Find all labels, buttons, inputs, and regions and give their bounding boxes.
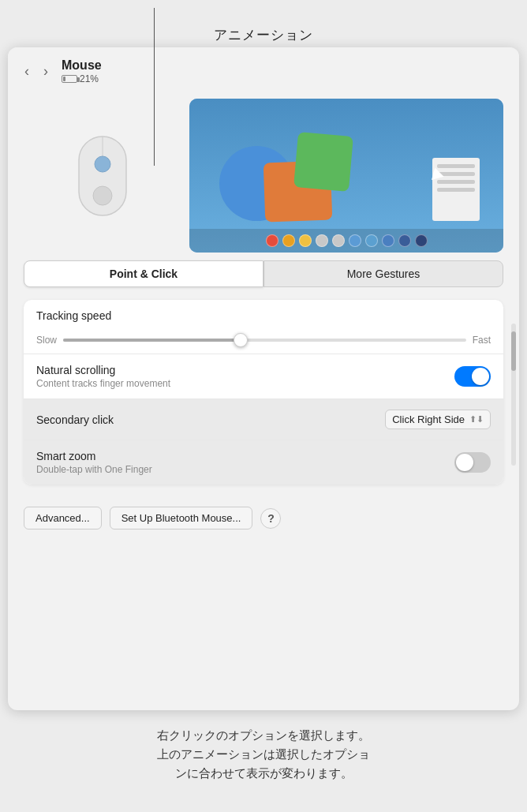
animation-dots [189,229,503,253]
battery-fill [63,77,65,81]
smart-zoom-toggle-knob [456,454,473,471]
anim-rect-green [293,132,353,192]
anim-dot-5[interactable] [349,234,361,247]
smart-zoom-label: Smart zoom [36,450,447,462]
settings-panel: ‹ › Mouse 21% [8,47,519,710]
natural-scrolling-toggle[interactable] [454,366,491,387]
secondary-click-row: Secondary click Click Right Side ⬆⬇ [24,399,503,440]
slider-thumb[interactable] [234,333,248,347]
annotation-line [154,8,155,166]
annotation-area: アニメーション [0,0,527,47]
tracking-slider-track[interactable] [63,339,466,342]
anim-dot-6[interactable] [365,234,378,247]
anim-doc-line-1 [437,164,475,168]
anim-dot-2[interactable] [299,234,312,247]
anim-dot-9[interactable] [415,234,428,247]
panel-title: Mouse [62,58,102,73]
bottom-line-1: 右クリックのオプションを選択します。 [157,728,370,742]
chevron-updown-icon: ⬆⬇ [469,414,484,425]
svg-point-2 [95,156,110,172]
smart-zoom-label-area: Smart zoom Double-tap with One Finger [36,450,447,475]
scrollbar-thumb[interactable] [511,331,516,371]
buttons-row: Advanced... Set Up Bluetooth Mouse... ? [8,497,519,539]
tabs-row: Point & Click More Gestures [8,260,519,287]
tracking-top: Tracking speed [36,309,491,322]
bottom-line-2: 上のアニメーションは選択したオプショ [157,747,370,761]
nav-back-button[interactable]: ‹ [21,62,33,81]
slow-label: Slow [36,335,57,346]
settings-container: Tracking speed Slow Fast Natural scrolli… [24,300,503,485]
anim-dot-7[interactable] [382,234,394,247]
anim-dot-8[interactable] [398,234,411,247]
anim-dot-1[interactable] [282,234,295,247]
tracking-speed-row: Tracking speed Slow Fast [24,300,503,354]
secondary-click-dropdown[interactable]: Click Right Side ⬆⬇ [385,410,491,429]
smart-zoom-toggle[interactable] [454,452,491,473]
bluetooth-button[interactable]: Set Up Bluetooth Mouse... [110,507,253,529]
tracking-speed-label: Tracking speed [36,309,111,322]
anim-doc [432,158,480,221]
natural-scrolling-label-area: Natural scrolling Content tracks finger … [36,364,447,389]
mouse-illustration [67,121,138,231]
content-top [8,91,519,260]
slider-container: Slow Fast [36,335,491,346]
battery-icon [62,75,77,83]
anim-dot-3[interactable] [316,234,328,247]
anim-dot-4[interactable] [332,234,345,247]
slider-fill [63,339,245,342]
nav-forward-button[interactable]: › [39,62,52,81]
battery-indicator: 21% [62,73,102,84]
panel-header: ‹ › Mouse 21% [8,47,519,91]
anim-doc-line-3 [437,180,475,184]
secondary-click-label-area: Secondary click [36,413,377,426]
mouse-container [24,121,181,231]
anim-doc-line-4 [437,188,475,192]
fast-label: Fast [473,335,491,346]
secondary-click-label: Secondary click [36,413,377,426]
help-button[interactable]: ? [260,508,281,529]
tab-point-click[interactable]: Point & Click [24,260,264,287]
secondary-click-value: Click Right Side [392,413,465,425]
anim-dot-0[interactable] [266,234,278,247]
svg-point-3 [93,186,112,205]
animation-preview [189,99,503,253]
bottom-annotation: 右クリックのオプションを選択します。 上のアニメーションは選択したオプショ ンに… [0,710,527,806]
annotation-text: アニメーション [214,26,313,44]
scrollbar[interactable] [511,324,516,466]
toggle-knob [472,368,489,385]
battery-percent: 21% [80,73,99,84]
natural-scrolling-label: Natural scrolling [36,364,447,376]
header-title-area: Mouse 21% [62,58,102,84]
bottom-line-3: ンに合わせて表示が変わります。 [175,766,353,780]
smart-zoom-sublabel: Double-tap with One Finger [36,464,447,475]
natural-scrolling-row: Natural scrolling Content tracks finger … [24,354,503,399]
bottom-annotation-text: 右クリックのオプションを選択します。 上のアニメーションは選択したオプショ ンに… [16,726,511,783]
advanced-button[interactable]: Advanced... [24,507,102,529]
tab-more-gestures[interactable]: More Gestures [264,260,503,287]
natural-scrolling-sublabel: Content tracks finger movement [36,378,447,389]
smart-zoom-row: Smart zoom Double-tap with One Finger [24,440,503,485]
